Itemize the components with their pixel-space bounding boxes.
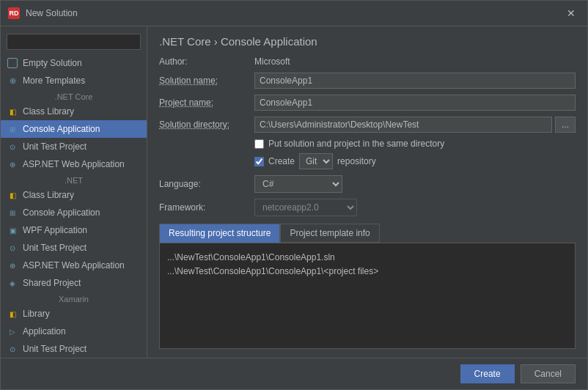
structure-line-2: ...\NewTest\ConsoleApp1\ConsoleApp1\<pro… (167, 265, 567, 279)
dir-row: ... (254, 117, 576, 133)
language-row: Language: C# (159, 175, 576, 193)
dialog-title: New Solution (26, 8, 78, 18)
panel-title: .NET Core › Console Application (159, 35, 576, 48)
structure-line-1: ...\NewTest\ConsoleApp1\ConsoleApp1.sln (167, 251, 567, 265)
project-structure-panel: ...\NewTest\ConsoleApp1\ConsoleApp1.sln … (159, 243, 576, 349)
sidebar-item-label: WPF Application (23, 225, 87, 235)
sidebar-item-label: Class Library (23, 190, 74, 200)
same-dir-label: Put solution and project in the same dir… (268, 139, 444, 149)
section-header-label: .NET (65, 176, 83, 185)
sidebar-item-label: Unit Test Project (23, 141, 87, 152)
footer: Create Cancel (1, 358, 587, 389)
framework-label: Framework: (159, 202, 254, 213)
shared-project-icon: ◈ (7, 277, 18, 289)
sidebar-item-label: ASP.NET Web Application (23, 159, 125, 169)
library-xamarin-icon: ◧ (7, 308, 18, 320)
solution-dir-label: Solution directory: (159, 119, 254, 130)
search-input[interactable] (7, 34, 141, 50)
sidebar-item-console-app-net[interactable]: ⊞ Console Application (1, 204, 147, 221)
author-label: Author: (159, 56, 254, 67)
unit-test-net-icon: ⊙ (7, 242, 18, 254)
section-header-netcore: .NET Core (1, 89, 147, 103)
title-bar: RD New Solution ✕ (1, 1, 587, 26)
author-row: Author: Microsoft (159, 56, 576, 67)
empty-solution-icon (7, 57, 18, 69)
sidebar-item-unit-test-core[interactable]: ⊙ Unit Test Project (1, 138, 147, 155)
tab-resulting-structure[interactable]: Resulting project structure (159, 224, 280, 243)
unit-test-icon: ⊙ (7, 141, 18, 152)
console-app-icon: ⊞ (7, 123, 18, 135)
aspnet-net-icon: ⊕ (7, 260, 18, 271)
sidebar-item-label: Empty Solution (23, 58, 82, 68)
solution-dir-input[interactable] (254, 117, 552, 133)
git-select[interactable]: Git (299, 153, 333, 169)
sidebar-item-label: More Templates (23, 76, 85, 86)
create-button[interactable]: Create (460, 364, 515, 383)
sidebar-item-label: Library (23, 309, 50, 319)
sidebar-item-label: Console Application (23, 207, 100, 218)
class-library-net-icon: ◧ (7, 189, 18, 201)
right-panel: .NET Core › Console Application Author: … (147, 26, 587, 358)
language-select[interactable]: C# (254, 175, 342, 193)
git-row: Create Git repository (254, 153, 576, 169)
sidebar-item-more-templates[interactable]: ⊕ More Templates (1, 72, 147, 89)
aspnet-icon: ⊕ (7, 158, 18, 170)
create-repo-checkbox[interactable] (254, 157, 264, 166)
section-header-label: .NET Core (55, 92, 93, 101)
console-app-net-icon: ⊞ (7, 207, 18, 218)
sidebar-item-wpf[interactable]: ▣ WPF Application (1, 221, 147, 239)
sidebar-item-aspnet-core[interactable]: ⊕ ASP.NET Web Application (1, 155, 147, 173)
unit-test-xamarin-icon: ⊙ (7, 343, 18, 355)
left-panel: Empty Solution ⊕ More Templates .NET Cor… (1, 26, 147, 358)
tab-template-info[interactable]: Project template info (280, 224, 379, 243)
same-dir-checkbox[interactable] (254, 139, 264, 149)
project-name-input[interactable] (254, 95, 576, 111)
solution-name-input[interactable] (254, 73, 576, 89)
sidebar-item-unit-test-xamarin[interactable]: ⊙ Unit Test Project (1, 340, 147, 358)
solution-name-label: Solution name: (159, 76, 254, 86)
solution-name-row: Solution name: (159, 73, 576, 89)
sidebar-item-label: Shared Project (23, 278, 81, 288)
sidebar-item-label: Unit Test Project (23, 243, 87, 253)
section-header-label: Xamarin (59, 295, 89, 303)
author-value: Microsoft (254, 56, 290, 67)
more-templates-icon: ⊕ (7, 75, 18, 87)
sidebar-item-label: Console Application (23, 124, 100, 134)
tabs: Resulting project structure Project temp… (159, 224, 576, 243)
solution-dir-row: Solution directory: ... (159, 117, 576, 133)
new-solution-dialog: RD New Solution ✕ Empty Solution ⊕ More … (0, 0, 588, 390)
sidebar-item-label: Application (23, 326, 66, 336)
cancel-button[interactable]: Cancel (521, 364, 576, 383)
section-header-net: .NET (1, 173, 147, 186)
application-xamarin-icon: ▷ (7, 325, 18, 337)
project-name-row: Project name: (159, 95, 576, 111)
section-header-xamarin: Xamarin (1, 292, 147, 305)
wpf-icon: ▣ (7, 224, 18, 236)
app-icon: RD (8, 7, 20, 19)
project-name-label: Project name: (159, 98, 254, 108)
framework-select[interactable]: netcoreapp2.0 (254, 199, 357, 216)
sidebar-item-label: ASP.NET Web Application (23, 260, 125, 271)
sidebar-item-label: Class Library (23, 106, 74, 117)
language-label: Language: (159, 179, 254, 189)
browse-button[interactable]: ... (555, 117, 576, 133)
class-library-icon: ◧ (7, 106, 18, 117)
sidebar-item-shared-project[interactable]: ◈ Shared Project (1, 274, 147, 292)
create-repo-label: Create (268, 156, 295, 166)
close-button[interactable]: ✕ (562, 7, 580, 20)
sidebar-item-empty-solution[interactable]: Empty Solution (1, 54, 147, 72)
sidebar-item-console-app-core[interactable]: ⊞ Console Application (1, 120, 147, 138)
title-bar-left: RD New Solution (8, 7, 78, 19)
sidebar-item-label: Unit Test Project (23, 344, 87, 354)
sidebar-item-unit-test-net[interactable]: ⊙ Unit Test Project (1, 239, 147, 257)
repository-label: repository (337, 156, 376, 166)
sidebar-item-application-xamarin[interactable]: ▷ Application (1, 323, 147, 340)
framework-row: Framework: netcoreapp2.0 (159, 199, 576, 216)
sidebar-item-class-library-core[interactable]: ◧ Class Library (1, 103, 147, 120)
sidebar-item-aspnet-net[interactable]: ⊕ ASP.NET Web Application (1, 257, 147, 274)
same-dir-row: Put solution and project in the same dir… (254, 139, 576, 149)
main-content: Empty Solution ⊕ More Templates .NET Cor… (1, 26, 587, 358)
sidebar-item-library-xamarin[interactable]: ◧ Library (1, 305, 147, 323)
sidebar-item-class-library-net[interactable]: ◧ Class Library (1, 186, 147, 204)
